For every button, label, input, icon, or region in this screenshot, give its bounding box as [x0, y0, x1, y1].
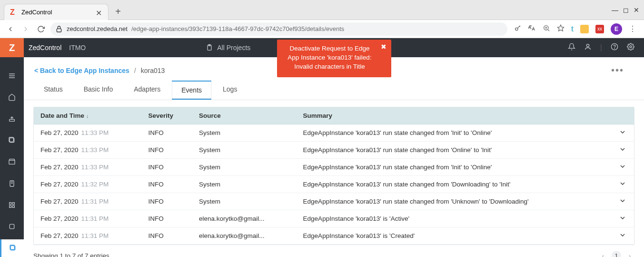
back-icon[interactable] [5, 23, 16, 35]
cell-source: elena.korytko@gmail... [192, 227, 297, 245]
table-row: Feb 27, 202011:31 PMINFOSystemEdgeAppIns… [34, 193, 634, 210]
extension-yellow-icon[interactable] [580, 25, 589, 33]
translate-icon[interactable] [528, 24, 536, 34]
close-window-icon[interactable]: ✕ [634, 6, 639, 14]
help-icon[interactable] [611, 43, 618, 52]
expand-row-icon[interactable] [612, 176, 634, 193]
svg-rect-0 [57, 29, 61, 32]
pager-next-icon[interactable]: › [625, 251, 634, 257]
rail-edge-nodes-icon[interactable] [0, 110, 24, 127]
cell-summary: EdgeAppInstance 'kora013' run state chan… [297, 142, 612, 159]
extension-red-icon[interactable]: xx [595, 25, 604, 33]
cell-date-time: Feb 27, 202011:33 PM [34, 159, 141, 176]
svg-rect-16 [12, 203, 14, 205]
sort-down-icon: ↓ [86, 113, 89, 119]
rail-library-icon[interactable] [0, 175, 24, 192]
extension-t-icon[interactable]: t [571, 25, 574, 33]
favicon: Z [10, 8, 18, 16]
reload-icon[interactable] [35, 23, 47, 35]
svg-point-6 [586, 44, 589, 47]
brand-logo[interactable]: Z [0, 38, 24, 57]
tab-logs[interactable]: Logs [213, 81, 247, 100]
gear-icon[interactable] [627, 43, 634, 52]
pager-current-page[interactable]: 1 [612, 251, 621, 257]
cell-severity: INFO [141, 142, 192, 159]
tab-events[interactable]: Events [172, 81, 211, 100]
breadcrumb-back-link[interactable]: < Back to Edge App Instances [34, 67, 129, 74]
content-tabs: Status Basic Info Adapters Events Logs [24, 81, 644, 100]
cell-summary: EdgeAppInstance 'kora013' run state chan… [297, 176, 612, 193]
tab-status[interactable]: Status [34, 81, 72, 100]
browser-tab[interactable]: Z ZedControl ✕ [4, 4, 109, 20]
toolbar-right-icons: t xx E ⋮ [511, 23, 639, 35]
zoom-icon[interactable] [543, 24, 550, 34]
window-controls: — ◻ ✕ [612, 6, 644, 14]
cell-date-time: Feb 27, 202011:31 PM [34, 210, 141, 227]
user-icon[interactable] [584, 43, 592, 52]
expand-row-icon[interactable] [612, 159, 634, 176]
toast-message: Deactivate Request to Edge App Instance … [287, 45, 371, 70]
close-tab-icon[interactable]: ✕ [96, 9, 102, 15]
cell-date-time: Feb 27, 202011:31 PM [34, 193, 141, 210]
lock-icon [55, 25, 63, 33]
col-severity[interactable]: Severity [141, 107, 192, 124]
rail-network-icon[interactable] [0, 196, 24, 214]
minimize-icon[interactable]: — [612, 6, 618, 14]
table-row: Feb 27, 202011:33 PMINFOSystemEdgeAppIns… [34, 159, 634, 176]
org-name: ITMO [66, 44, 89, 51]
clipboard-icon [206, 44, 213, 51]
expand-row-icon[interactable] [612, 193, 634, 210]
side-rail [0, 38, 24, 257]
address-bar[interactable]: zedcontrol.zededa.net/edge-app-instances… [50, 22, 507, 36]
table-row: Feb 27, 202011:32 PMINFOSystemEdgeAppIns… [34, 176, 634, 193]
cell-summary: EdgeAppInstance 'kora013' run state chan… [297, 159, 612, 176]
rail-events-icon[interactable] [0, 239, 24, 257]
pager-prev-icon[interactable]: ‹ [598, 251, 608, 257]
bell-icon[interactable] [568, 43, 575, 52]
maximize-icon[interactable]: ◻ [623, 6, 629, 14]
content-area: Deactivate Request to Edge App Instance … [24, 38, 644, 257]
expand-row-icon[interactable] [612, 124, 634, 142]
expand-row-icon[interactable] [612, 227, 634, 245]
svg-rect-19 [10, 224, 14, 228]
cell-source: elena.korytko@gmail... [192, 210, 297, 227]
more-actions-icon[interactable]: ••• [611, 65, 634, 76]
star-icon[interactable] [557, 24, 565, 34]
rail-menu-icon[interactable] [0, 67, 24, 84]
svg-point-1 [515, 28, 517, 30]
cell-source: System [192, 124, 297, 142]
forward-icon[interactable] [20, 23, 31, 35]
profile-avatar[interactable]: E [611, 23, 622, 35]
tab-adapters[interactable]: Adapters [124, 81, 170, 100]
breadcrumb-separator: / [134, 67, 136, 74]
rail-home-icon[interactable] [0, 88, 24, 106]
error-toast: Deactivate Request to Edge App Instance … [277, 40, 391, 77]
col-date-time[interactable]: Date and Time↓ [34, 107, 141, 124]
browser-toolbar: zedcontrol.zededa.net/edge-app-instances… [0, 20, 644, 38]
table-footer: Showing 1 to 7 of 7 entries ‹ 1 › [24, 245, 644, 257]
cell-summary: EdgeAppInstance 'kora013' run state chan… [297, 124, 612, 142]
rail-data-icon[interactable] [0, 218, 24, 236]
close-icon[interactable]: ✖ [381, 42, 386, 52]
all-projects-link[interactable]: All Projects [198, 38, 258, 57]
expand-row-icon[interactable] [612, 142, 634, 159]
svg-rect-18 [12, 206, 14, 207]
events-table: Date and Time↓ Severity Source Summary F… [33, 107, 634, 245]
tab-basic-info[interactable]: Basic Info [74, 81, 122, 100]
cell-severity: INFO [141, 124, 192, 142]
expand-row-icon[interactable] [612, 210, 634, 227]
cell-date-time: Feb 27, 202011:32 PM [34, 176, 141, 193]
browser-menu-icon[interactable]: ⋮ [629, 24, 636, 33]
key-icon[interactable] [514, 24, 522, 34]
projects-label: All Projects [217, 44, 250, 51]
col-source[interactable]: Source [192, 107, 297, 124]
svg-point-9 [630, 46, 632, 48]
rail-marketplace-icon[interactable] [0, 153, 24, 171]
cell-source: System [192, 193, 297, 210]
rail-app-instances-icon[interactable] [0, 132, 24, 149]
cell-source: System [192, 159, 297, 176]
new-tab-button[interactable]: + [111, 5, 125, 19]
col-summary[interactable]: Summary [297, 107, 612, 124]
cell-date-time: Feb 27, 202011:33 PM [34, 142, 141, 159]
cell-source: System [192, 176, 297, 193]
